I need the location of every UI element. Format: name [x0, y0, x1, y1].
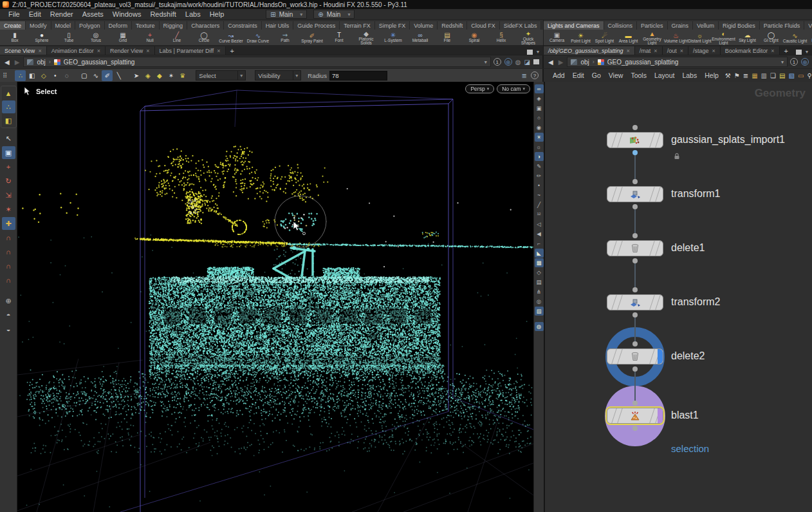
node-delete2[interactable] [607, 348, 663, 365]
select-contained-icon[interactable]: ◈ [142, 70, 153, 81]
node-display-flag[interactable] [658, 408, 663, 423]
node-input-dot[interactable] [632, 125, 638, 130]
point-size-icon[interactable]: • [535, 181, 544, 190]
shelf-tool-l-system[interactable]: ✳L-System [380, 30, 407, 45]
textures-icon[interactable]: ✏ [535, 171, 544, 180]
rotate-handle-icon[interactable]: ↻ [2, 175, 15, 187]
shelf-tool-box[interactable]: ▮Box [1, 30, 28, 45]
tools-icon[interactable]: ⚒ [725, 72, 731, 79]
lock-selection-icon[interactable]: ▣ [2, 146, 15, 159]
node-output-dot[interactable] [632, 204, 638, 209]
render-region-icon[interactable]: ◓ [2, 308, 15, 321]
show-primitives-icon[interactable]: ◧ [2, 114, 15, 127]
find-icon[interactable]: ⚲ [807, 72, 811, 79]
pane-tab-render-view[interactable]: Render View× [106, 46, 155, 55]
node-input-dot[interactable] [632, 233, 638, 238]
point-numbers-icon[interactable]: ¹² [535, 210, 544, 219]
shelf-tab-vellum[interactable]: Vellum [693, 21, 719, 30]
all-lights-icon[interactable]: ☼ [535, 142, 544, 151]
shelf-tool-caustic-light[interactable]: ∿Caustic Light [783, 30, 807, 45]
shelf-tool-metaball[interactable]: ∞Metaball [407, 30, 434, 45]
group-list-icon[interactable]: ◣ [535, 249, 544, 258]
shelf-tool-geometry-light[interactable]: ▲Geometry Light [640, 30, 664, 45]
chevron-down-icon[interactable]: ▾ [806, 49, 808, 55]
network-menu-layout[interactable]: Layout [651, 71, 679, 79]
back-arrow-icon[interactable]: ◀ [3, 59, 11, 66]
shelf-tool-quick-shapes[interactable]: ✦Quick Shapes [515, 30, 542, 45]
history-count-badge[interactable]: 1 [494, 58, 501, 66]
windows-icon[interactable]: ❏ [770, 72, 776, 79]
shelf-tab-add[interactable]: + [541, 22, 543, 30]
pane-tab-scene-view[interactable]: Scene View× [0, 46, 47, 55]
shelf-tool-tube[interactable]: ▯Tube [55, 30, 82, 45]
shelf-tab-terrain-fx[interactable]: Terrain FX [340, 21, 375, 30]
shelf-tool-distant-light[interactable]: ☼Distant Light [688, 30, 712, 45]
shelf-tool-null[interactable]: +Null [136, 30, 163, 45]
shelf-tool-torus[interactable]: ◎Torus [82, 30, 109, 45]
pane-menu-icon[interactable] [796, 50, 802, 55]
asset-gallery-icon[interactable]: ▭ [798, 72, 804, 79]
pane-tab--mat[interactable]: /mat× [635, 46, 663, 55]
shelf-tab-rigging[interactable]: Rigging [160, 21, 188, 30]
checker-background-icon[interactable]: ▩ [535, 258, 544, 267]
forward-arrow-icon[interactable]: ▶ [14, 59, 21, 66]
chevron-down-icon[interactable]: ▾ [537, 49, 539, 55]
shelf-tool-circle[interactable]: ◯Circle [190, 30, 217, 45]
shelf-tab-constraints[interactable]: Constraints [224, 21, 262, 30]
shelf-tool-camera[interactable]: ▣Camera [545, 30, 569, 45]
network-menu-tools[interactable]: Tools [627, 71, 651, 79]
materials-icon[interactable]: ✎ [535, 162, 544, 171]
pose-handle-icon[interactable]: ✶ [2, 203, 15, 216]
orbit-pivot-icon[interactable]: ⊕ [2, 294, 15, 307]
desktop-selector-2[interactable]: ⊕Main▾ [313, 10, 355, 19]
show-objects-icon[interactable]: ▲ [2, 87, 15, 100]
node-gaussian_splats_import1[interactable] [607, 132, 663, 148]
select-breakpoints-icon[interactable]: • [50, 70, 60, 81]
pane-tab-labs-parameter-diff[interactable]: Labs | Parameter Diff× [155, 46, 226, 55]
shelf-tool-path[interactable]: ⇝Path [272, 30, 299, 45]
disc-icon[interactable]: ◎ [535, 297, 544, 306]
swatch-icon[interactable] [533, 59, 539, 64]
group-select-icon[interactable]: ▤ [535, 278, 544, 287]
shelf-tool-spiral[interactable]: ◉Spiral [461, 30, 488, 45]
select-mode-dropdown[interactable]: Select ▾ [196, 70, 246, 81]
back-arrow-icon[interactable]: ◀ [547, 59, 555, 66]
radius-input[interactable] [329, 71, 387, 81]
menu-item-redshift[interactable]: Redshift [145, 9, 180, 19]
close-icon[interactable]: × [146, 48, 149, 54]
network-menu-help[interactable]: Help [701, 71, 723, 79]
shelf-tab-volume[interactable]: Volume [410, 21, 438, 30]
network-menu-go[interactable]: Go [588, 71, 605, 79]
menu-item-assets[interactable]: Assets [78, 9, 108, 19]
node-input-dot[interactable] [632, 401, 638, 406]
close-icon[interactable]: × [712, 48, 715, 54]
scene-viewport[interactable] [17, 82, 533, 512]
persp-button[interactable]: Persp ▾ [465, 84, 494, 93]
node-transform2[interactable] [607, 294, 663, 310]
shadows-icon[interactable]: ◑ [535, 152, 544, 161]
shelf-tool-spot-light[interactable]: ☄Spot Light [593, 30, 616, 45]
shelf-tab-modify[interactable]: Modify [26, 21, 51, 30]
display-options-icon[interactable]: ≣ [522, 72, 527, 79]
normals-display-icon[interactable]: ╱ [535, 200, 544, 209]
prong-icon[interactable]: ⋔ [535, 287, 544, 296]
shelf-tool-sky-light[interactable]: ☁Sky Light [735, 30, 759, 45]
node-transform1[interactable] [607, 186, 663, 202]
network-menu-labs[interactable]: Labs [678, 71, 701, 79]
shelf-tab-grains[interactable]: Grains [668, 21, 694, 30]
node-output-dot[interactable] [632, 258, 638, 263]
menu-item-windows[interactable]: Windows [108, 9, 146, 19]
path-dropdown-icon[interactable]: ▾ [781, 59, 784, 65]
close-icon[interactable]: × [627, 48, 630, 54]
box-select-icon[interactable]: ▢ [78, 70, 89, 81]
no-cam-button[interactable]: No cam ▾ [497, 84, 530, 93]
shelf-tab-model[interactable]: Model [51, 21, 76, 30]
shelf-tab-viscous-fluids[interactable]: Viscous Fluids [804, 21, 812, 30]
shelf-tool-sphere[interactable]: ●Sphere [28, 30, 55, 45]
select-loops-icon[interactable]: ◌ [61, 70, 72, 81]
grid-snap-icon[interactable]: ▦ [752, 72, 757, 79]
align-icon[interactable]: ▥ [761, 72, 767, 79]
user-icon[interactable]: ◪ [524, 59, 530, 66]
shelf-tab-deform[interactable]: Deform [105, 21, 133, 30]
shelf-tab-particles[interactable]: Particles [637, 21, 668, 30]
